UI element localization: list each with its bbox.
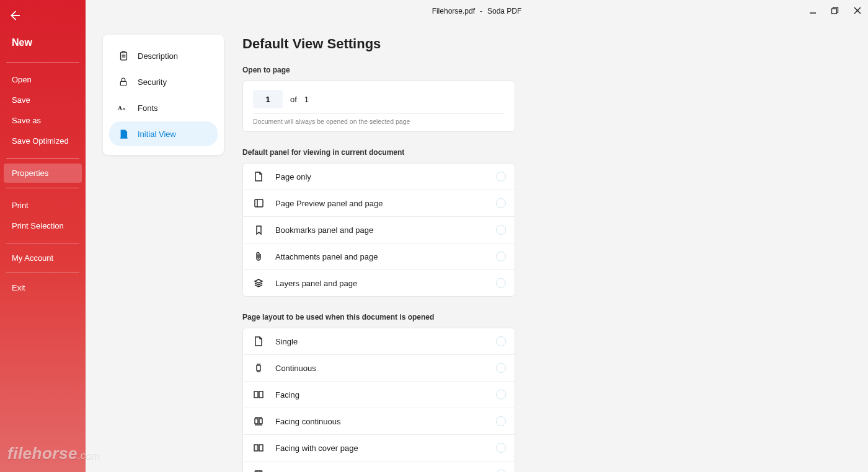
- option-label: Attachments panel and page: [275, 252, 505, 261]
- sidebar-item-save-optimized[interactable]: Save Optimized: [4, 131, 82, 151]
- content-row: Description Security Aa Fonts Initial Vi…: [86, 22, 868, 472]
- continuous-icon: [253, 362, 264, 374]
- back-arrow-icon[interactable]: [7, 9, 21, 22]
- open-page-input[interactable]: [253, 90, 283, 108]
- properties-nav: Description Security Aa Fonts Initial Vi…: [103, 35, 224, 155]
- option-label: Facing continuous: [275, 417, 505, 426]
- layout-option-facing-continuous[interactable]: Facing continuous: [243, 408, 515, 435]
- open-page-hint: Document will always be opened on the se…: [253, 113, 505, 125]
- panel-left-icon: [253, 198, 264, 209]
- panel-option-attachments[interactable]: Attachments panel and page: [243, 243, 515, 270]
- option-label: Facing with cover page: [275, 444, 505, 453]
- svg-text:A: A: [118, 105, 122, 111]
- sidebar-file-group: Open Save Save as Save Optimized: [0, 66, 86, 154]
- option-label: Page only: [275, 172, 505, 181]
- option-label: Layers panel and page: [275, 279, 505, 288]
- svg-rect-10: [120, 81, 126, 85]
- title-bar: Filehorse.pdf - Soda PDF: [86, 0, 868, 22]
- sidebar-item-open[interactable]: Open: [4, 70, 82, 89]
- lock-icon: [118, 76, 129, 87]
- layers-icon: [253, 278, 264, 289]
- svg-text:a: a: [123, 106, 126, 111]
- radio-icon: [496, 390, 506, 400]
- open-to-page-label: Open to page: [242, 66, 652, 74]
- initial-view-icon: [118, 128, 129, 139]
- option-label: Facing continuous with cover page: [275, 470, 505, 473]
- sidebar-item-new[interactable]: New: [4, 31, 82, 57]
- panel-option-page-preview[interactable]: Page Preview panel and page: [243, 190, 515, 217]
- svg-rect-27: [259, 445, 263, 451]
- prop-nav-initial-view[interactable]: Initial View: [109, 121, 218, 146]
- divider: [6, 62, 79, 63]
- svg-rect-6: [120, 52, 126, 60]
- maximize-button[interactable]: [828, 4, 842, 17]
- divider: [6, 243, 79, 243]
- sidebar-item-save[interactable]: Save: [4, 90, 82, 110]
- option-label: Bookmarks panel and page: [275, 225, 505, 235]
- prop-nav-label: Security: [138, 77, 167, 87]
- watermark-text: filehorse: [7, 444, 78, 463]
- sidebar-item-print[interactable]: Print: [4, 196, 82, 215]
- divider: [6, 273, 79, 273]
- sidebar-item-my-account[interactable]: My Account: [4, 248, 82, 268]
- panel-options-list: Page only Page Preview panel and page Bo…: [242, 163, 515, 297]
- radio-icon: [496, 251, 506, 261]
- fonts-icon: Aa: [118, 102, 129, 113]
- layout-option-continuous[interactable]: Continuous: [243, 355, 515, 382]
- settings-title: Default View Settings: [242, 36, 652, 52]
- layout-option-single[interactable]: Single: [243, 328, 515, 355]
- radio-icon: [496, 443, 506, 453]
- bookmark-icon: [253, 224, 264, 235]
- option-label: Continuous: [275, 364, 505, 373]
- sidebar-item-save-as[interactable]: Save as: [4, 111, 82, 130]
- window-controls: [806, 4, 864, 17]
- radio-icon: [496, 278, 506, 288]
- option-label: Facing: [275, 390, 505, 400]
- file-menu-sidebar: New Open Save Save as Save Optimized Pro…: [0, 0, 86, 472]
- close-button[interactable]: [851, 4, 864, 17]
- radio-icon: [496, 225, 506, 235]
- of-label: of: [290, 95, 297, 104]
- description-icon: [118, 50, 129, 61]
- title-sep: -: [475, 7, 487, 15]
- page-layout-label: Page layout to be used when this documen…: [242, 313, 652, 321]
- svg-marker-16: [255, 279, 262, 283]
- panel-option-layers[interactable]: Layers panel and page: [243, 270, 515, 296]
- panel-option-bookmarks[interactable]: Bookmarks panel and page: [243, 217, 515, 243]
- default-panel-label: Default panel for viewing in current doc…: [242, 148, 652, 157]
- facing-continuous-cover-icon: [253, 469, 264, 472]
- panel-option-page-only[interactable]: Page only: [243, 164, 515, 190]
- settings-column: Default View Settings Open to page of 1 …: [242, 35, 652, 472]
- total-pages: 1: [304, 95, 309, 104]
- option-label: Single: [275, 337, 505, 346]
- page-icon: [253, 171, 264, 182]
- open-to-page-box: of 1 Document will always be opened on t…: [242, 81, 515, 132]
- prop-nav-label: Initial View: [138, 129, 176, 139]
- radio-icon: [496, 336, 506, 346]
- prop-nav-description[interactable]: Description: [109, 43, 218, 68]
- prop-nav-security[interactable]: Security: [109, 69, 218, 94]
- svg-rect-22: [255, 419, 258, 424]
- radio-icon: [496, 363, 506, 373]
- svg-rect-14: [255, 199, 263, 207]
- facing-cover-icon: [253, 442, 264, 453]
- prop-nav-label: Fonts: [138, 103, 158, 113]
- layout-option-facing-continuous-cover[interactable]: Facing continuous with cover page: [243, 461, 515, 472]
- main-area: Filehorse.pdf - Soda PDF Description: [86, 0, 868, 472]
- divider: [6, 188, 79, 188]
- sidebar-item-properties[interactable]: Properties: [4, 164, 82, 183]
- sidebar-item-print-selection[interactable]: Print Selection: [4, 216, 82, 235]
- layout-option-facing-cover[interactable]: Facing with cover page: [243, 435, 515, 461]
- radio-icon: [496, 198, 506, 208]
- svg-rect-17: [257, 365, 260, 370]
- sidebar-item-exit[interactable]: Exit: [4, 278, 82, 297]
- radio-icon: [496, 172, 506, 181]
- option-label: Page Preview panel and page: [275, 199, 505, 208]
- prop-nav-label: Description: [138, 51, 178, 61]
- layout-option-facing[interactable]: Facing: [243, 382, 515, 408]
- facing-icon: [253, 389, 264, 400]
- title-document: Filehorse.pdf: [432, 7, 475, 15]
- facing-continuous-icon: [253, 416, 264, 427]
- minimize-button[interactable]: [806, 4, 820, 17]
- prop-nav-fonts[interactable]: Aa Fonts: [109, 95, 218, 120]
